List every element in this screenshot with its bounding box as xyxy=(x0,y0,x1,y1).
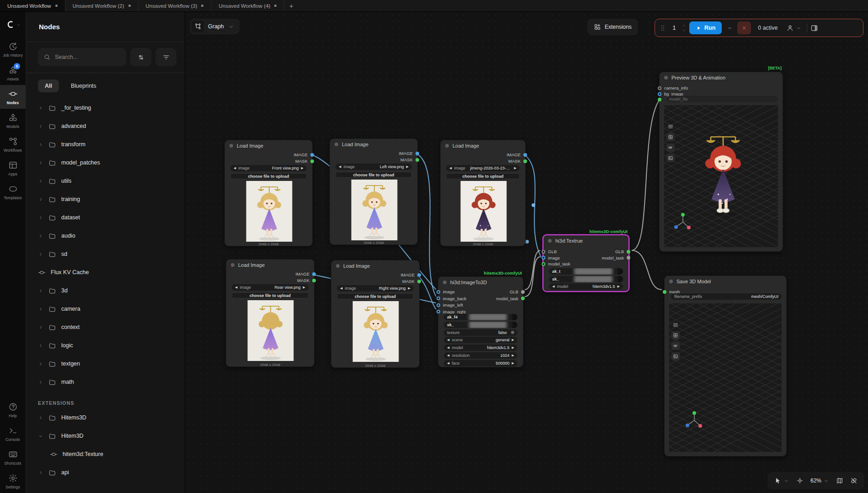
sidebar-item-models[interactable]: Models xyxy=(0,109,26,133)
sidebar-tab-blueprints[interactable]: Blueprints xyxy=(66,80,101,92)
port-IMAGE[interactable]: IMAGE xyxy=(399,151,419,156)
node-titlebar[interactable]: Load Image xyxy=(225,140,312,151)
stepper-up-icon[interactable] xyxy=(682,24,686,28)
collapse-dot[interactable] xyxy=(335,143,338,146)
tree-item-flux-kv-cache[interactable]: Flux KV Cache xyxy=(26,263,185,281)
node-titlebar[interactable]: hi3d:ImageTo3D xyxy=(438,277,523,288)
graph-breadcrumb[interactable]: Graph xyxy=(190,19,240,34)
port-IMAGE[interactable]: IMAGE xyxy=(293,152,314,157)
node-titlebar[interactable]: hi3d:Textrue xyxy=(543,235,628,246)
workflow-tab-1[interactable]: Unsaved Workflow xyxy=(0,0,65,11)
port-image_right[interactable]: image_right xyxy=(437,309,466,314)
tree-item-transform[interactable]: transform xyxy=(26,135,185,154)
collapse-dot[interactable] xyxy=(336,264,340,268)
widget-model[interactable]: ◀modelhitem3dv1.5▶ xyxy=(444,345,517,351)
tree-item-dataset[interactable]: dataset xyxy=(26,208,185,227)
node-titlebar[interactable]: Load Image xyxy=(331,260,419,271)
port-dot[interactable] xyxy=(415,152,419,155)
zoom-control[interactable]: 62% xyxy=(810,477,829,484)
node-titlebar[interactable]: Load Image xyxy=(226,260,314,270)
combo-right-arrow[interactable]: ▶ xyxy=(408,286,410,290)
combo-right-arrow[interactable]: ▶ xyxy=(301,166,304,170)
comfy-logo[interactable] xyxy=(0,12,26,37)
tree-item-advanced[interactable]: advanced xyxy=(26,117,185,135)
collapse-dot[interactable] xyxy=(231,263,234,267)
node-load-image-4[interactable]: Load ImageIMAGEMASK◀imageRear view.png▶c… xyxy=(226,259,314,367)
sidebar-item-settings[interactable]: Settings xyxy=(0,469,26,493)
run-button[interactable]: Run xyxy=(689,21,722,34)
port-dot[interactable] xyxy=(542,250,545,254)
port-dot[interactable] xyxy=(310,159,314,163)
tree-item-training[interactable]: training xyxy=(26,190,185,208)
axis-gizmo[interactable] xyxy=(672,212,693,234)
toggle-links-button[interactable] xyxy=(850,477,857,484)
collapse-dot[interactable] xyxy=(664,76,668,80)
node-titlebar[interactable]: Save 3D Model xyxy=(665,276,786,287)
port-dot[interactable] xyxy=(415,158,419,162)
port-IMAGE[interactable]: IMAGE xyxy=(400,272,421,277)
combo-right-arrow[interactable]: ▶ xyxy=(512,354,514,357)
viewport-snapshot-button[interactable] xyxy=(671,352,680,360)
node-load-image-2[interactable]: Load ImageIMAGEMASK◀imageLeft view.png▶c… xyxy=(330,138,418,245)
port-dot[interactable] xyxy=(312,279,316,282)
combo-right-arrow[interactable]: ▶ xyxy=(514,166,517,170)
reveal-toggle[interactable] xyxy=(618,276,623,282)
tree-item-logic[interactable]: logic xyxy=(26,336,185,355)
menu-icon[interactable] xyxy=(671,321,680,329)
port-MASK[interactable]: MASK xyxy=(295,159,314,164)
widget-filename_prefix[interactable]: filename_prefixmesh/ComfyUI xyxy=(671,293,782,300)
sort-button[interactable] xyxy=(130,48,151,66)
port-dot[interactable] xyxy=(310,153,314,157)
search-box[interactable] xyxy=(38,48,126,66)
port-dot[interactable] xyxy=(312,272,316,276)
viewport-snapshot-button[interactable] xyxy=(666,154,675,162)
combo-right-arrow[interactable]: ▶ xyxy=(512,346,514,350)
collapse-dot[interactable] xyxy=(445,144,449,148)
reveal-toggle[interactable] xyxy=(512,314,517,320)
tree-item-3d[interactable]: 3d xyxy=(26,281,185,300)
port-IMAGE[interactable]: IMAGE xyxy=(295,271,316,276)
workflow-tab-4[interactable]: Unsaved Workflow (4) xyxy=(211,0,284,11)
tree-item-hitem3d-texture[interactable]: hitem3d:Texture xyxy=(26,445,185,463)
tree-item-audio[interactable]: audio xyxy=(26,227,185,245)
widget-resolution[interactable]: ◀resolution1024▶ xyxy=(444,352,517,359)
viewport-grid-view-button[interactable] xyxy=(666,133,675,141)
tree-item-api[interactable]: api xyxy=(26,463,185,482)
search-input[interactable] xyxy=(55,54,121,60)
widget-image-combo[interactable]: ◀imageRear view.png▶ xyxy=(232,284,309,291)
widget-sk_[interactable]: sk_ xyxy=(549,276,623,282)
combo-right-arrow[interactable]: ▶ xyxy=(303,286,305,289)
port-dot[interactable] xyxy=(663,290,666,294)
port-MASK[interactable]: MASK xyxy=(508,159,527,164)
sidebar-item-assets[interactable]: Assets5 xyxy=(0,61,26,85)
new-workflow-button[interactable]: + xyxy=(284,0,298,11)
port-dot[interactable] xyxy=(437,297,440,300)
node-load-image-1[interactable]: Load ImageIMAGEMASK◀imageFront view.png▶… xyxy=(224,140,313,246)
sidebar-item-help[interactable]: Help xyxy=(0,398,26,422)
port-MASK[interactable]: MASK xyxy=(297,278,316,283)
port-dot[interactable] xyxy=(627,250,630,254)
tree-item-hitems3d[interactable]: Hitems3D xyxy=(26,408,185,427)
toggle-pip[interactable] xyxy=(511,331,514,334)
node-hi3d-textrue[interactable]: hi3d:Textruehitems3D-comfyUIGLBimagemode… xyxy=(543,234,629,292)
right-panel-toggle[interactable] xyxy=(810,24,818,32)
choose-file-button[interactable]: choose file to upload xyxy=(337,293,414,299)
collapse-dot[interactable] xyxy=(443,281,447,284)
reveal-toggle[interactable] xyxy=(512,322,517,328)
combo-left-arrow[interactable]: ◀ xyxy=(447,346,449,350)
port-dot[interactable] xyxy=(417,273,421,277)
port-dot[interactable] xyxy=(658,98,661,101)
port-model_file[interactable] xyxy=(658,98,661,101)
port-dot[interactable] xyxy=(437,303,440,307)
stepper-down-icon[interactable] xyxy=(682,28,686,32)
widget-image-combo[interactable]: ◀imageFront view.png▶ xyxy=(230,165,307,171)
run-options-button[interactable] xyxy=(725,21,734,34)
widget-ak_t[interactable]: ak_t xyxy=(549,268,623,275)
menu-icon[interactable] xyxy=(666,122,675,131)
widget-texture[interactable]: texturefalse xyxy=(444,329,517,336)
port-dot[interactable] xyxy=(542,262,545,266)
port-MASK[interactable]: MASK xyxy=(400,157,419,162)
port-GLB[interactable]: GLB xyxy=(615,249,630,254)
port-dot[interactable] xyxy=(523,153,527,157)
port-camera_info[interactable]: camera_info xyxy=(658,85,688,90)
